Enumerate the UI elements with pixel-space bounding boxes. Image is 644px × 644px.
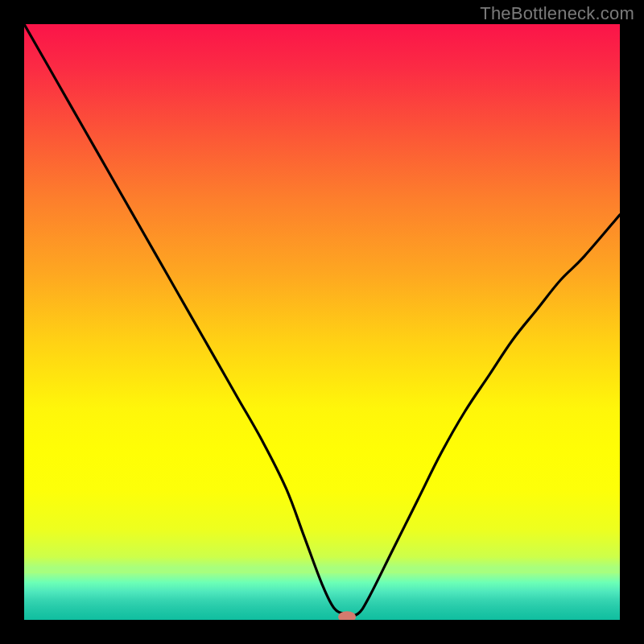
chart-svg	[24, 24, 620, 620]
chart-frame: TheBottleneck.com	[0, 0, 644, 644]
bottleneck-curve	[24, 24, 620, 616]
plot-area	[24, 24, 620, 620]
watermark-text: TheBottleneck.com	[480, 3, 634, 24]
